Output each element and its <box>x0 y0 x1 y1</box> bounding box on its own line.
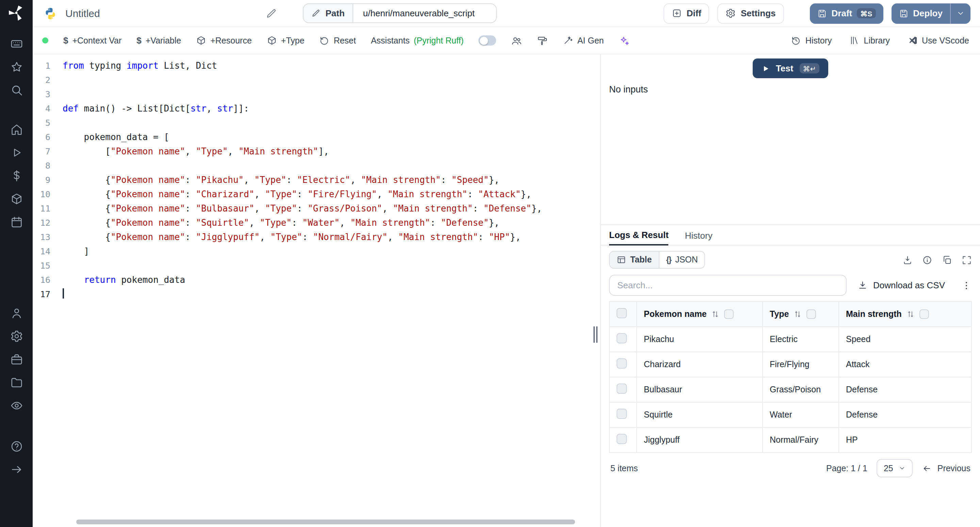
code-line[interactable]: 3 <box>33 87 592 101</box>
script-path[interactable]: u/henri/maneuverable_script <box>353 8 496 18</box>
row-checkbox[interactable] <box>617 333 627 343</box>
column-checkbox[interactable] <box>724 310 734 319</box>
assistants-label[interactable]: Assistants (Pyright Ruff) <box>371 36 464 45</box>
code-text: pokemon_data = [ <box>63 130 169 144</box>
download-result-button[interactable] <box>902 255 913 265</box>
sidebar-item-users[interactable] <box>5 302 27 324</box>
ai-sparkles-button[interactable] <box>619 35 630 46</box>
sidebar-item-search[interactable] <box>5 79 27 101</box>
diff-icon <box>672 8 682 18</box>
code-line[interactable]: 5 <box>33 116 592 130</box>
test-button[interactable]: Test ⌘↵ <box>753 59 828 78</box>
code-line[interactable]: 12 {"Pokemon name": "Squirtle", "Type": … <box>33 216 592 230</box>
row-checkbox[interactable] <box>617 358 627 368</box>
deploy-button[interactable]: Deploy <box>891 3 950 24</box>
column-header[interactable]: Main strength <box>839 302 972 327</box>
sidebar-item-shortcuts[interactable] <box>5 33 27 54</box>
code-line[interactable]: 1from typing import List, Dict <box>33 59 592 73</box>
dollar-icon <box>10 169 23 182</box>
copy-result-button[interactable] <box>942 255 952 265</box>
add-variable-button[interactable]: $ +Variable <box>137 35 181 46</box>
sidebar-item-audit[interactable] <box>5 394 27 416</box>
code-line[interactable]: 16 return pokemon_data <box>33 273 592 287</box>
sidebar-item-resources[interactable] <box>5 188 27 210</box>
sidebar-item-expand[interactable] <box>5 458 27 480</box>
code-line[interactable]: 9 {"Pokemon name": "Pikachu", "Type": "E… <box>33 173 592 187</box>
row-checkbox[interactable] <box>617 384 627 394</box>
row-checkbox[interactable] <box>617 409 627 419</box>
column-checkbox[interactable] <box>807 310 816 319</box>
code-line[interactable]: 6 pokemon_data = [ <box>33 130 592 144</box>
code-line[interactable]: 2 <box>33 73 592 87</box>
path-button[interactable]: Path <box>304 4 353 22</box>
table-cell: Jigglypuff <box>637 427 762 452</box>
help-icon <box>10 440 23 452</box>
splitter-grip[interactable] <box>593 326 598 343</box>
sidebar-item-runs[interactable] <box>5 141 27 163</box>
expand-result-button[interactable] <box>962 255 972 265</box>
page-size-select[interactable]: 25 <box>877 459 913 477</box>
sidebar-item-home[interactable] <box>5 118 27 140</box>
download-csv-button[interactable]: Download as CSV <box>858 280 945 290</box>
table-row[interactable]: SquirtleWaterDefense <box>609 402 972 427</box>
table-row[interactable]: CharizardFire/FlyingAttack <box>609 352 972 377</box>
diff-button[interactable]: Diff <box>663 3 710 24</box>
tab-history[interactable]: History <box>685 230 713 245</box>
table-row[interactable]: PikachuElectricSpeed <box>609 327 972 352</box>
code-editor[interactable]: 1from typing import List, Dict234def mai… <box>33 54 592 527</box>
add-context-var-button[interactable]: $ +Context Var <box>63 35 121 46</box>
sort-icon[interactable] <box>794 310 802 318</box>
edit-title-button[interactable] <box>266 8 277 19</box>
code-line[interactable]: 11 {"Pokemon name": "Bulbasaur", "Type":… <box>33 201 592 216</box>
previous-page-button[interactable]: Previous <box>923 464 970 473</box>
draft-button[interactable]: Draft ⌘S <box>810 3 883 24</box>
format-button[interactable] <box>537 35 548 46</box>
code-line[interactable]: 13 {"Pokemon name": "Jigglypuff", "Type"… <box>33 230 592 244</box>
sidebar-item-settings[interactable] <box>5 325 27 347</box>
sidebar-item-schedules[interactable] <box>5 211 27 233</box>
horizontal-scrollbar[interactable] <box>76 519 575 524</box>
sidebar-item-favorites[interactable] <box>5 56 27 78</box>
column-checkbox[interactable] <box>920 310 929 319</box>
reset-button[interactable]: Reset <box>320 35 356 46</box>
assistants-toggle[interactable] <box>479 35 496 46</box>
column-header[interactable]: Pokemon name <box>637 302 762 327</box>
column-header[interactable]: Type <box>762 302 839 327</box>
sidebar-item-folders[interactable] <box>5 371 27 393</box>
code-line[interactable]: 8 <box>33 159 592 173</box>
multiplayer-button[interactable] <box>511 35 522 46</box>
code-line[interactable]: 10 {"Pokemon name": "Charizard", "Type":… <box>33 187 592 201</box>
code-line[interactable]: 14 ] <box>33 244 592 259</box>
ai-gen-button[interactable]: AI Gen <box>563 35 604 46</box>
sidebar-item-variables[interactable] <box>5 165 27 186</box>
table-menu-button[interactable] <box>961 280 972 291</box>
code-line[interactable]: 15 <box>33 259 592 273</box>
download-icon <box>858 280 868 290</box>
add-resource-button[interactable]: +Resource <box>196 35 252 46</box>
sidebar-item-help[interactable] <box>5 435 27 457</box>
code-line[interactable]: 7 ["Pokemon name", "Type", "Main strengt… <box>33 144 592 159</box>
code-line[interactable]: 17 <box>33 287 592 301</box>
save-icon <box>899 8 908 18</box>
sidebar-item-workers[interactable] <box>5 348 27 370</box>
panel-splitter[interactable] <box>592 54 600 527</box>
history-button[interactable]: History <box>791 35 832 46</box>
result-info-button[interactable] <box>922 255 932 265</box>
row-checkbox[interactable] <box>617 434 627 444</box>
view-json-button[interactable]: {} JSON <box>659 252 705 268</box>
tab-logs-result[interactable]: Logs & Result <box>609 230 669 246</box>
sort-icon[interactable] <box>907 310 915 318</box>
view-table-button[interactable]: Table <box>610 252 659 268</box>
library-button[interactable]: Library <box>850 35 890 46</box>
table-row[interactable]: BulbasaurGrass/PoisonDefense <box>609 377 972 402</box>
deploy-options-button[interactable] <box>950 3 970 24</box>
add-type-button[interactable]: +Type <box>267 35 305 46</box>
select-all-checkbox[interactable] <box>617 308 627 318</box>
sort-icon[interactable] <box>711 310 720 318</box>
search-input[interactable] <box>609 275 846 296</box>
settings-button[interactable]: Settings <box>718 3 784 24</box>
vscode-button[interactable]: Use VScode <box>907 35 969 46</box>
windmill-logo[interactable] <box>8 4 25 22</box>
code-line[interactable]: 4def main() -> List[Dict[str, str]]: <box>33 101 592 116</box>
table-row[interactable]: JigglypuffNormal/FairyHP <box>609 427 972 452</box>
